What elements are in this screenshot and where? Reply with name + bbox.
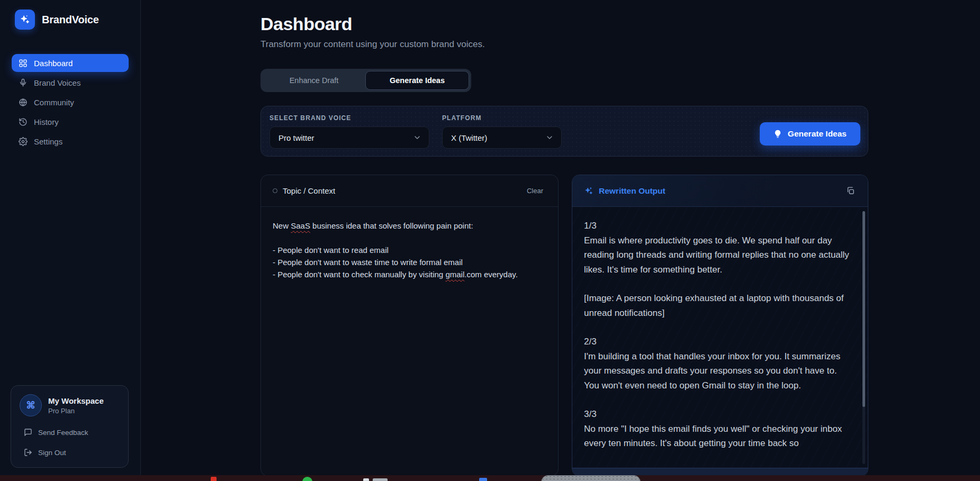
sidebar-item-settings[interactable]: Settings [12,132,129,150]
topic-context-title: Topic / Context [283,186,335,195]
sidebar-item-label: History [34,117,59,126]
output-text: 1/3 Email is where productivity goes to … [572,207,868,476]
output-scrollbar-thumb[interactable] [862,211,865,407]
dock-app-icon[interactable] [363,478,369,481]
dock-app-icon[interactable] [211,477,217,481]
sign-out-button[interactable]: Sign Out [24,448,120,457]
brand-voice-value: Pro twitter [278,133,314,142]
clear-button[interactable]: Clear [524,186,546,195]
platform-label: PLATFORM [442,114,562,122]
output-footer-bar [572,468,868,476]
sidebar-item-label: Settings [34,137,62,146]
mic-icon [19,78,28,87]
workspace-plan-badge: Pro Plan [48,407,104,415]
copy-button[interactable] [845,185,856,196]
sidebar-item-label: Brand Voices [34,78,80,87]
workspace-name: My Workspace [48,396,104,405]
dashboard-grid-icon [19,59,28,68]
brand: BrandVoice [15,10,129,30]
chevron-down-icon [545,133,554,142]
sidebar-item-brand-voices[interactable]: Brand Voices [12,74,129,92]
log-out-icon [24,448,32,457]
copy-icon [846,186,855,195]
sidebar-item-label: Dashboard [34,59,73,68]
generate-settings-panel: SELECT BRAND VOICE Pro twitter PLATFORM … [260,106,868,157]
brand-voice-label: SELECT BRAND VOICE [269,114,429,122]
dock-app-icon[interactable] [479,478,487,481]
send-feedback-label: Send Feedback [38,429,88,437]
generate-ideas-button[interactable]: Generate Ideas [760,122,860,146]
platform-select[interactable]: X (Twitter) [442,126,562,149]
mode-tabs: Enhance Draft Generate Ideas [260,69,471,92]
sidebar-item-history[interactable]: History [12,113,129,131]
page-subtitle: Transform your content using your custom… [260,38,868,51]
sidebar-item-community[interactable]: Community [12,93,129,111]
dock-app-icon[interactable] [302,477,312,481]
topic-context-panel: Topic / Context Clear New SaaS business … [260,175,559,476]
rewritten-output-panel: Rewritten Output 1/3 Email is where prod… [572,175,868,476]
sidebar: BrandVoice Dashboard Brand Voices Commun… [0,0,141,475]
brand-name: BrandVoice [42,14,99,26]
platform-value: X (Twitter) [451,133,487,142]
brand-voice-select[interactable]: Pro twitter [269,126,429,149]
main-area: Dashboard Transform your content using y… [141,0,980,475]
generate-ideas-button-label: Generate Ideas [788,129,847,139]
send-feedback-button[interactable]: Send Feedback [24,428,120,437]
lightbulb-icon [774,130,782,138]
history-clock-icon [19,117,28,126]
topic-dot-icon [273,188,277,193]
tab-generate-ideas[interactable]: Generate Ideas [365,71,469,90]
sidebar-item-label: Community [34,98,74,107]
globe-icon [19,98,28,107]
page-title: Dashboard [260,14,868,34]
sign-out-label: Sign Out [38,449,66,457]
workspace-card: ⌘ My Workspace Pro Plan Send Feedback Si… [11,385,129,468]
command-icon: ⌘ [20,394,42,416]
tab-enhance-draft[interactable]: Enhance Draft [263,71,365,90]
chevron-down-icon [413,133,421,142]
gear-icon [19,137,28,146]
output-scrollbar [862,211,865,464]
workspace-switcher[interactable]: ⌘ My Workspace Pro Plan [20,394,120,416]
message-square-icon [24,428,32,437]
dock-mouse-icon[interactable] [541,475,641,481]
brand-logo-sparkle-icon [15,10,35,30]
rewritten-output-title: Rewritten Output [599,186,666,196]
dock-app-icon[interactable] [373,478,388,481]
sparkles-icon [584,186,594,196]
topic-textarea[interactable]: New SaaS business idea that solves follo… [261,207,558,476]
dock-bar [0,475,980,481]
sidebar-item-dashboard[interactable]: Dashboard [12,54,129,72]
